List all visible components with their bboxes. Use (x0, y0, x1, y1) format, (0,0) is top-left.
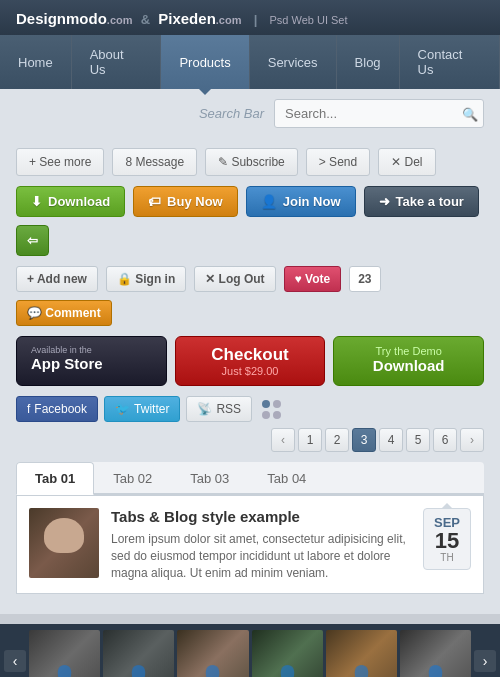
prev-page-button[interactable]: ‹ (271, 428, 295, 452)
blog-thumbnail (29, 508, 99, 578)
add-new-button[interactable]: + Add new (16, 266, 98, 292)
demo-button[interactable]: Try the Demo Download (333, 336, 484, 386)
dots-indicator (262, 400, 281, 419)
header: Designmodo.com & Pixeden.com | Psd Web U… (0, 0, 500, 35)
tab-01[interactable]: Tab 01 (16, 462, 94, 495)
social-row: f Facebook 🐦 Twitter 📡 RSS ‹ 1 2 3 (16, 396, 484, 452)
thumbnail-images (29, 630, 471, 677)
nav-products[interactable]: Products (161, 35, 249, 89)
outline-buttons-row: + See more 8 Message ✎ Subscribe > Send … (16, 148, 484, 176)
nav-blog[interactable]: Blog (337, 35, 400, 89)
blog-day: 15 (435, 530, 459, 552)
buy-now-button[interactable]: 🏷 Buy Now (133, 186, 238, 217)
twitter-button[interactable]: 🐦 Twitter (104, 396, 180, 422)
checkout-button[interactable]: Checkout Just $29.00 (175, 336, 326, 386)
download-button[interactable]: ⬇ Download (16, 186, 125, 217)
appstore-line2: App Store (31, 355, 103, 372)
appstore-button[interactable]: Available in the App Store (16, 336, 167, 386)
facebook-button[interactable]: f Facebook (16, 396, 98, 422)
log-out-button[interactable]: ✕ Log Out (194, 266, 275, 292)
subscribe-button[interactable]: ✎ Subscribe (205, 148, 298, 176)
tab-list: Tab 01 Tab 02 Tab 03 Tab 04 (16, 462, 484, 495)
brand1: Designmodo (16, 10, 107, 27)
action-buttons-row: ⬇ Download 🏷 Buy Now 👤 Join Now ➜ Take a… (16, 186, 484, 256)
message-button[interactable]: 8 Message (112, 148, 197, 176)
share-button[interactable]: ⇦ (16, 225, 49, 256)
next-page-button[interactable]: › (460, 428, 484, 452)
nav-services[interactable]: Services (250, 35, 337, 89)
blog-content: Tabs & Blog style example Lorem ipsum do… (111, 508, 411, 581)
tab-02[interactable]: Tab 02 (94, 462, 171, 495)
tab-04[interactable]: Tab 04 (248, 462, 325, 495)
thumb-4[interactable] (252, 630, 323, 677)
search-section: Search Bar 🔍 (0, 89, 500, 138)
nav-home[interactable]: Home (0, 35, 72, 89)
blog-title: Tabs & Blog style example (111, 508, 411, 525)
page-1-button[interactable]: 1 (298, 428, 322, 452)
blog-post: Tabs & Blog style example Lorem ipsum do… (16, 495, 484, 594)
tabs-section: Tab 01 Tab 02 Tab 03 Tab 04 Tabs & Blog … (16, 462, 484, 594)
twitter-label: Twitter (134, 402, 169, 416)
strip-next-button[interactable]: › (474, 650, 496, 672)
dot-2[interactable] (273, 400, 281, 408)
sign-in-button[interactable]: 🔒 Sign in (106, 266, 186, 292)
nav-contact[interactable]: Contact Us (400, 35, 500, 89)
appstore-line1: Available in the (31, 345, 92, 355)
strip-prev-button[interactable]: ‹ (4, 650, 26, 672)
see-more-button[interactable]: + See more (16, 148, 104, 176)
search-label: Search Bar (199, 106, 264, 121)
utility-buttons-row: + Add new 🔒 Sign in ✕ Log Out ♥ Vote 23 … (16, 266, 484, 326)
dot-3[interactable] (262, 411, 270, 419)
facebook-label: Facebook (34, 402, 87, 416)
page-4-button[interactable]: 4 (379, 428, 403, 452)
big-buttons-row: Available in the App Store Checkout Just… (16, 336, 484, 386)
join-now-button[interactable]: 👤 Join Now (246, 186, 356, 217)
main-nav: Home About Us Products Services Blog Con… (0, 35, 500, 89)
facebook-icon: f (27, 402, 30, 416)
thumb-6[interactable] (400, 630, 471, 677)
vote-count: 23 (349, 266, 380, 292)
search-icon[interactable]: 🔍 (462, 106, 478, 121)
page-3-button[interactable]: 3 (352, 428, 376, 452)
page-5-button[interactable]: 5 (406, 428, 430, 452)
rss-button[interactable]: 📡 RSS (186, 396, 252, 422)
checkout-label: Checkout (211, 345, 288, 365)
page-6-button[interactable]: 6 (433, 428, 457, 452)
search-input[interactable] (274, 99, 484, 128)
search-wrap: 🔍 (274, 99, 484, 128)
rss-label: RSS (216, 402, 241, 416)
demo-line2: Download (373, 357, 445, 374)
page-2-button[interactable]: 2 (325, 428, 349, 452)
del-button[interactable]: ✕ Del (378, 148, 435, 176)
demo-line1: Try the Demo (376, 345, 442, 357)
tab-03[interactable]: Tab 03 (171, 462, 248, 495)
download-icon: ⬇ (31, 194, 42, 209)
tag-icon: 🏷 (148, 194, 161, 209)
checkout-price: Just $29.00 (222, 365, 279, 377)
pagination: ‹ 1 2 3 4 5 6 › (271, 428, 484, 452)
thumb-3[interactable] (177, 630, 248, 677)
thumb-5[interactable] (326, 630, 397, 677)
blog-text: Lorem ipsum dolor sit amet, consectetur … (111, 531, 411, 581)
twitter-icon: 🐦 (115, 402, 130, 416)
logo: Designmodo.com & Pixeden.com | Psd Web U… (16, 10, 348, 27)
dot-1[interactable] (262, 400, 270, 408)
arrow-icon: ➜ (379, 194, 390, 209)
main-content: + See more 8 Message ✎ Subscribe > Send … (0, 138, 500, 614)
blog-date: SEP 15 TH (423, 508, 471, 570)
thumbnail-strip: ‹ › (0, 624, 500, 677)
dot-4[interactable] (273, 411, 281, 419)
user-icon: 👤 (261, 194, 277, 209)
send-button[interactable]: > Send (306, 148, 370, 176)
take-tour-button[interactable]: ➜ Take a tour (364, 186, 479, 217)
comment-button[interactable]: 💬 Comment (16, 300, 112, 326)
thumb-1[interactable] (29, 630, 100, 677)
thumb-2[interactable] (103, 630, 174, 677)
vote-button[interactable]: ♥ Vote (284, 266, 342, 292)
nav-about[interactable]: About Us (72, 35, 162, 89)
brand2: Pixeden (158, 10, 216, 27)
share-icon: ⇦ (27, 233, 38, 248)
rss-icon: 📡 (197, 402, 212, 416)
blog-th: TH (440, 552, 453, 563)
